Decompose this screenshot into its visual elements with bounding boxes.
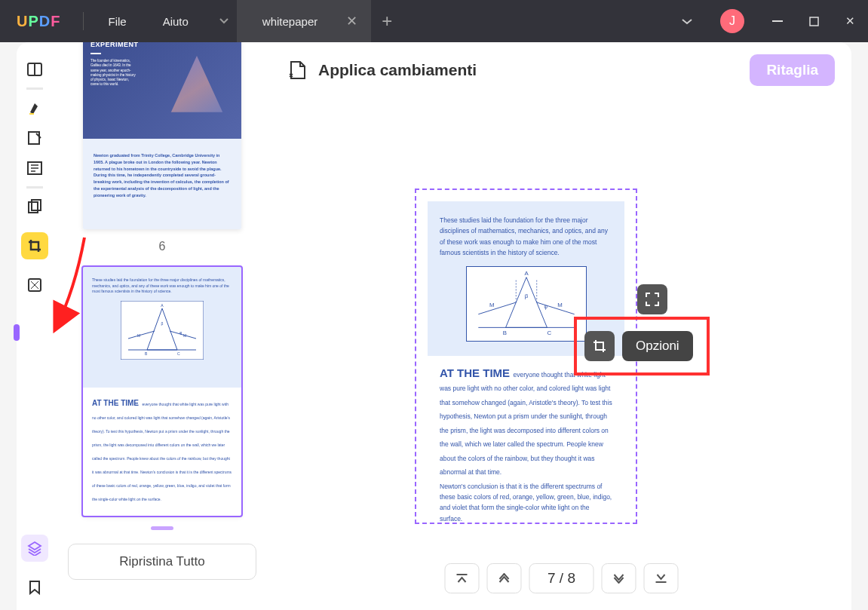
svg-rect-5 xyxy=(29,132,39,144)
tool-bookmark-icon[interactable] xyxy=(21,574,48,601)
page-first-icon[interactable] xyxy=(444,563,479,593)
svg-rect-4 xyxy=(29,113,34,115)
fullscreen-icon[interactable] xyxy=(637,284,667,314)
tab-active[interactable]: whitepaper ✕ xyxy=(237,0,371,42)
pagination-bar: 7 / 8 xyxy=(444,563,679,593)
menu-file[interactable]: File xyxy=(90,15,144,28)
svg-text:φ: φ xyxy=(544,304,547,310)
svg-rect-13 xyxy=(121,301,204,360)
page-last-icon[interactable] xyxy=(644,563,679,593)
left-toolbar xyxy=(17,42,53,610)
thumb7-intro-text: These studies laid the foundation for th… xyxy=(92,277,232,295)
crop-heading: AT THE TIME xyxy=(440,366,510,379)
minimize-icon[interactable] xyxy=(759,3,796,39)
page-prev-icon[interactable] xyxy=(486,563,521,593)
thumb7-heading: AT THE TIME xyxy=(92,399,139,407)
tool-edit-icon[interactable] xyxy=(21,124,48,152)
thumb7-body-text: everyone thought that white light was pu… xyxy=(92,402,232,501)
svg-text:C: C xyxy=(547,330,551,336)
svg-text:β: β xyxy=(524,293,528,299)
tab-close-icon[interactable]: ✕ xyxy=(346,13,357,29)
svg-rect-1 xyxy=(810,17,818,26)
thumb6-number: 6 xyxy=(66,240,258,253)
thumb6-title: EXPERIMENT xyxy=(90,42,234,48)
crop-apply-button[interactable]: Ritaglia xyxy=(750,54,835,86)
page-next-icon[interactable] xyxy=(602,563,636,593)
svg-text:M: M xyxy=(557,302,563,308)
svg-text:M: M xyxy=(183,333,186,338)
tool-layers-icon[interactable] xyxy=(21,535,48,562)
svg-text:C: C xyxy=(177,351,180,356)
crop-options-icon[interactable] xyxy=(584,331,615,361)
menu-help[interactable]: Aiuto xyxy=(145,15,207,28)
svg-text:A: A xyxy=(524,270,529,277)
crop-bodytext-2: Newton's conclusion is that it is the di… xyxy=(440,481,612,525)
side-handle[interactable] xyxy=(17,324,20,341)
maximize-icon[interactable] xyxy=(796,3,832,39)
svg-text:M: M xyxy=(137,333,140,338)
thumbnails-panel: EXPERIMENT The founder of kinematics, Ga… xyxy=(53,42,271,610)
titlebar: UPDF File Aiuto whitepaper ✕ + J ✕ xyxy=(0,0,868,42)
crop-bodytext-1: everyone thought that white light was pu… xyxy=(440,371,612,476)
close-icon[interactable]: ✕ xyxy=(832,3,868,39)
thumbnail-page-6[interactable]: EXPERIMENT The founder of kinematics, Ga… xyxy=(83,42,241,229)
thumb6-body-text: Newton graduated from Trinity College, C… xyxy=(94,152,231,199)
tool-reader-icon[interactable] xyxy=(21,56,48,83)
crop-intro-text: These studies laid the foundation for th… xyxy=(440,215,612,259)
svg-text:B: B xyxy=(502,330,506,336)
tool-crop-icon[interactable] xyxy=(21,232,48,259)
tab-add-icon[interactable]: + xyxy=(371,11,403,32)
thumbnail-page-7[interactable]: These studies laid the foundation for th… xyxy=(83,267,241,516)
svg-rect-0 xyxy=(772,20,783,22)
window-menu-icon[interactable] xyxy=(669,18,705,25)
restore-all-button[interactable]: Ripristina Tutto xyxy=(68,544,256,580)
thumb7-resize-handle[interactable] xyxy=(151,526,173,530)
tab-label: whitepaper xyxy=(262,15,317,28)
thumb6-sidebar-text: The founder of kinematics, Galileo died … xyxy=(90,59,137,87)
crop-options-tooltip: Opzioni xyxy=(622,331,693,361)
svg-line-25 xyxy=(478,302,516,314)
apply-changes-icon xyxy=(288,60,306,80)
tool-highlight-icon[interactable] xyxy=(21,94,48,121)
user-avatar[interactable]: J xyxy=(720,9,744,33)
crop-diagram: A B C M M β φ xyxy=(466,266,587,342)
canvas-title: Applica cambiamenti xyxy=(318,61,750,79)
tab-dropdown-icon[interactable] xyxy=(211,8,237,34)
crop-frame[interactable]: These studies laid the foundation for th… xyxy=(415,189,637,524)
tool-watermark-icon[interactable] xyxy=(21,271,48,299)
svg-text:M: M xyxy=(489,302,495,308)
thumb7-diagram: A B C M M β φ xyxy=(121,301,204,360)
app-logo: UPDF xyxy=(0,13,77,30)
canvas-area: Applica cambiamenti Ritaglia These studi… xyxy=(271,42,851,610)
svg-text:β: β xyxy=(161,321,164,326)
tool-ocr-icon[interactable] xyxy=(21,155,48,182)
page-indicator[interactable]: 7 / 8 xyxy=(529,563,594,593)
tool-pages-icon[interactable] xyxy=(21,193,48,220)
svg-line-26 xyxy=(536,302,574,314)
